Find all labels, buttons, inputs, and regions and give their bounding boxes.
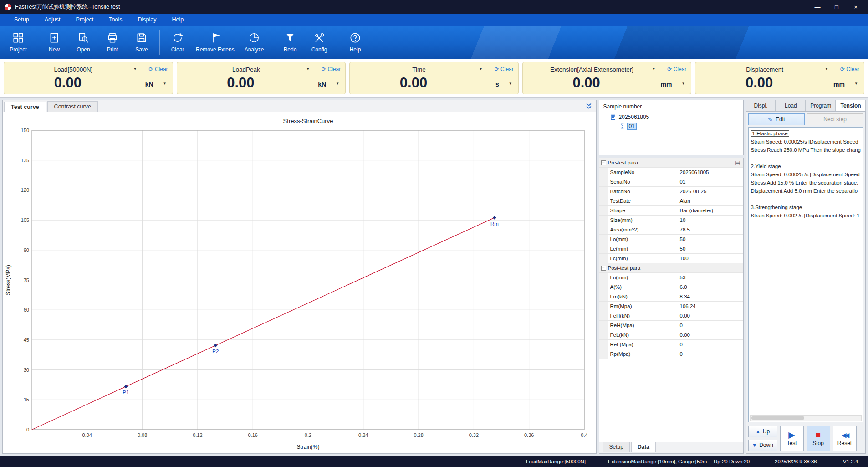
property-row-rel-mpa[interactable]: ReL(Mpa)0 (599, 340, 743, 349)
tab-displ[interactable]: Displ. (746, 100, 776, 111)
property-row-serialno[interactable]: SerialNo01 (599, 177, 743, 187)
menu-item-adjust[interactable]: Adjust (37, 14, 68, 26)
property-row-area-mm-2[interactable]: Area(mm^2)78.5 (599, 225, 743, 235)
collapse-minus-icon[interactable]: − (601, 160, 606, 165)
test-button[interactable]: ▶ Test (780, 426, 804, 451)
property-row-reh-mpa[interactable]: ReH(Mpa)0 (599, 321, 743, 330)
close-button[interactable]: × (846, 0, 865, 13)
toolbar-new-button[interactable]: New (40, 26, 69, 59)
property-value[interactable]: 50 (677, 244, 743, 253)
property-group-post-test-para[interactable]: −Post-test para (599, 263, 743, 273)
property-value[interactable]: 0 (677, 340, 743, 349)
next-step-button[interactable]: Next step (807, 113, 863, 125)
reset-button[interactable]: ◀◀ Reset (833, 426, 857, 451)
property-value[interactable]: 106.24 (677, 302, 743, 311)
chevron-down-icon[interactable]: ▼ (133, 67, 137, 71)
property-value[interactable]: 0 (677, 321, 743, 330)
toolbar-open-button[interactable]: Open (69, 26, 98, 59)
tab-data[interactable]: Data (631, 442, 656, 452)
property-value[interactable]: 8.34 (677, 292, 743, 301)
chevron-down-icon[interactable]: ▼ (509, 82, 512, 86)
menu-item-display[interactable]: Display (130, 14, 164, 26)
property-value[interactable]: 2025061805 (677, 168, 743, 177)
toolbar-save-button[interactable]: Save (127, 26, 156, 59)
collapse-chevron-icon[interactable] (585, 103, 592, 111)
menu-item-tools[interactable]: Tools (101, 14, 130, 26)
property-row-lo-mm[interactable]: Lo(mm)50 (599, 235, 743, 244)
property-row-feh-kn[interactable]: FeH(kN)0.00 (599, 311, 743, 321)
tab-contrast-curve[interactable]: Contrast curve (47, 101, 98, 112)
clear-link[interactable]: ⟳ Clear (495, 66, 514, 72)
property-value[interactable]: 0.00 (677, 311, 743, 320)
property-value[interactable]: Bar (diameter) (677, 206, 743, 215)
chevron-down-icon[interactable]: ▼ (306, 67, 310, 71)
menu-item-setup[interactable]: Setup (6, 14, 37, 26)
toolbar-redo-button[interactable]: Redo (276, 26, 305, 59)
property-row-rm-mpa[interactable]: Rm(Mpa)106.24 (599, 302, 743, 311)
toolbar-remove-extens-button[interactable]: Remove Extens. (192, 26, 240, 59)
property-row-size-mm[interactable]: Size(mm)10 (599, 216, 743, 225)
property-value[interactable]: Alan (677, 196, 743, 205)
chevron-down-icon[interactable]: ▼ (163, 82, 167, 86)
property-group-pre-test-para[interactable]: −Pre-test para▤ (599, 158, 743, 168)
edit-button[interactable]: ✎ Edit (748, 113, 805, 125)
property-row-rp-mpa[interactable]: Rp(Mpa)0 (599, 349, 743, 359)
tab-tension[interactable]: Tension (836, 100, 866, 111)
menu-item-project[interactable]: Project (68, 14, 101, 26)
clear-refresh-icon (172, 32, 184, 44)
property-value[interactable]: 2025-08-25 (677, 187, 743, 196)
property-row-le-mm[interactable]: Le(mm)50 (599, 244, 743, 254)
property-row-fel-kn[interactable]: FeL(kN)0.00 (599, 330, 743, 340)
chevron-down-icon[interactable]: ▼ (825, 67, 828, 71)
horizontal-scrollbar[interactable] (750, 415, 862, 421)
down-button[interactable]: ▼ Down (748, 440, 777, 451)
clear-link[interactable]: ⟳ Clear (322, 66, 341, 72)
tab-load[interactable]: Load (776, 100, 806, 111)
property-value[interactable]: 6.0 (677, 282, 743, 292)
sample-tree-root[interactable]: 2025061805 (610, 114, 739, 120)
property-value[interactable]: 0.00 (677, 330, 743, 339)
property-row-fm-kn[interactable]: Fm(kN)8.34 (599, 292, 743, 302)
property-value[interactable]: 53 (677, 273, 743, 282)
sample-tree-child[interactable]: 01 (620, 123, 739, 130)
toolbar-config-button[interactable]: Config (305, 26, 334, 59)
up-button[interactable]: ▲ Up (748, 426, 777, 437)
clear-link[interactable]: ⟳ Clear (667, 66, 686, 72)
minimize-button[interactable]: — (808, 0, 827, 13)
property-row-a[interactable]: A(%)6.0 (599, 282, 743, 292)
property-row-lu-mm[interactable]: Lu(mm)53 (599, 273, 743, 282)
chevron-down-icon[interactable]: ▼ (479, 67, 483, 71)
program-steps-box[interactable]: 1.Elastic phaseStrain Speed: 0.00025/s [… (748, 127, 863, 422)
chevron-down-icon[interactable]: ▼ (336, 82, 339, 86)
property-value[interactable]: 100 (677, 254, 743, 263)
chevron-down-icon[interactable]: ▼ (854, 82, 858, 86)
property-row-sampleno[interactable]: SampleNo2025061805 (599, 168, 743, 177)
menu-item-help[interactable]: Help (164, 14, 192, 26)
property-list-icon[interactable]: ▤ (735, 158, 740, 167)
property-row-batchno[interactable]: BatchNo2025-08-25 (599, 187, 743, 196)
scrollbar-thumb[interactable] (751, 416, 805, 420)
chevron-down-icon[interactable]: ▼ (681, 82, 685, 86)
property-row-testdate[interactable]: TestDateAlan (599, 196, 743, 206)
property-value[interactable]: 10 (677, 216, 743, 225)
property-row-lc-mm[interactable]: Lc(mm)100 (599, 254, 743, 263)
clear-link[interactable]: ⟳ Clear (149, 66, 168, 72)
property-value[interactable]: 50 (677, 235, 743, 244)
clear-link[interactable]: ⟳ Clear (840, 66, 859, 72)
toolbar-clear-button[interactable]: Clear (163, 26, 192, 59)
tab-test-curve[interactable]: Test curve (4, 102, 46, 112)
collapse-minus-icon[interactable]: − (601, 266, 606, 271)
toolbar-help-button[interactable]: Help (341, 26, 370, 59)
property-value[interactable]: 78.5 (677, 225, 743, 234)
tab-setup[interactable]: Setup (603, 442, 630, 452)
property-value[interactable]: 0 (677, 349, 743, 359)
property-row-shape[interactable]: ShapeBar (diameter) (599, 206, 743, 216)
toolbar-analyze-button[interactable]: Analyze (240, 26, 269, 59)
toolbar-project-button[interactable]: Project (4, 26, 33, 59)
property-value[interactable]: 01 (677, 177, 743, 186)
stop-button[interactable]: ■ Stop (807, 426, 830, 451)
chevron-down-icon[interactable]: ▼ (652, 67, 655, 71)
toolbar-print-button[interactable]: Print (98, 26, 127, 59)
tab-program[interactable]: Program (806, 100, 836, 111)
maximize-button[interactable]: □ (827, 0, 846, 13)
